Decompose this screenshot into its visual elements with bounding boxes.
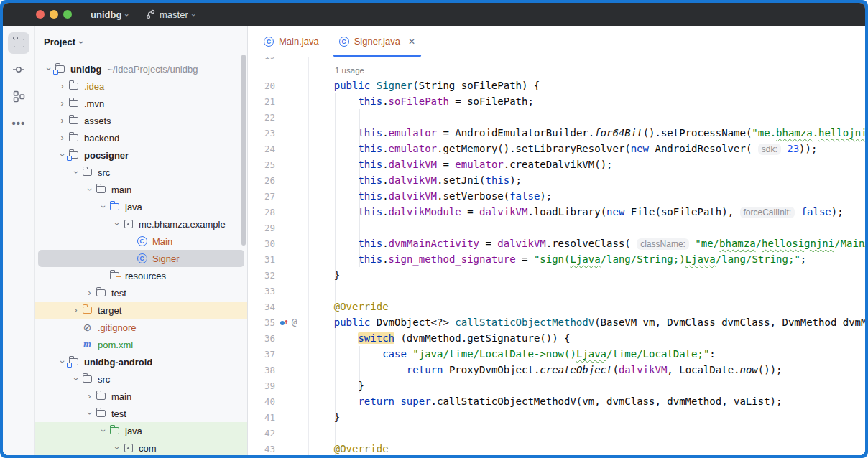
tree-item-target[interactable]: target	[35, 302, 247, 319]
line-number[interactable]: 42	[248, 428, 275, 439]
tree-item-main[interactable]: main	[35, 388, 247, 405]
code-line-27[interactable]: 27 this.dalvikVM.setVerbose(false);	[248, 188, 865, 204]
project-panel-header[interactable]: Project	[35, 26, 247, 60]
line-number[interactable]: 43	[248, 444, 275, 454]
branch-widget[interactable]: master	[146, 9, 195, 20]
line-number[interactable]: 32	[248, 270, 275, 281]
code-line-26[interactable]: 26 this.dalvikVM.setJni(this);	[248, 172, 865, 188]
close-tab-icon[interactable]: ✕	[408, 37, 415, 47]
chevron-down-icon[interactable]	[57, 357, 68, 367]
chevron-right-icon[interactable]	[70, 305, 81, 315]
code-line-30[interactable]: 30 this.dvmMainActivity = dalvikVM.resol…	[248, 235, 865, 251]
code-line-25[interactable]: 25 this.dalvikVM = emulator.createDalvik…	[248, 156, 865, 172]
line-number[interactable]: 31	[248, 254, 275, 265]
project-widget[interactable]: unidbg	[91, 9, 129, 20]
overriding-method-gutter-icon[interactable]	[280, 317, 290, 327]
line-number[interactable]: 28	[248, 207, 275, 218]
tree-item-src[interactable]: src	[35, 370, 247, 388]
tab-signer-java[interactable]: Signer.java✕	[329, 26, 425, 57]
chevron-right-icon[interactable]	[57, 133, 68, 143]
line-number[interactable]: 38	[248, 365, 275, 375]
more-tools-button[interactable]: •••	[8, 112, 29, 134]
structure-tool-button[interactable]	[8, 85, 29, 107]
code-line-20[interactable]: 20 public Signer(String soFilePath) {	[248, 78, 865, 93]
tree-item-backend[interactable]: backend	[35, 129, 247, 146]
code-line-23[interactable]: 23 this.emulator = AndroidEmulatorBuilde…	[248, 125, 865, 141]
code-line-39[interactable]: 39 }	[248, 378, 865, 393]
code-line-40[interactable]: 40 return super.callStaticObjectMethodV(…	[248, 393, 865, 409]
tab-main-java[interactable]: Main.java	[254, 26, 329, 57]
line-number[interactable]: 37	[248, 349, 275, 360]
tree-item-main[interactable]: main	[35, 181, 247, 198]
code-line-35[interactable]: 35@ public DvmObject<?> callStaticObject…	[248, 314, 865, 330]
tree-item-assets[interactable]: assets	[35, 112, 247, 129]
line-number[interactable]: 29	[248, 223, 275, 233]
chevron-down-icon[interactable]	[111, 219, 122, 229]
code-editor[interactable]: 191 usage20 public Signer(String soFileP…	[248, 57, 865, 455]
line-number[interactable]: 40	[248, 396, 275, 407]
code-line-34[interactable]: 34 @Override	[248, 299, 865, 314]
tree-item--idea[interactable]: .idea	[35, 78, 247, 95]
project-tool-button[interactable]	[8, 32, 29, 54]
tree-item-signer[interactable]: Signer	[38, 250, 244, 267]
chevron-right-icon[interactable]	[57, 116, 68, 126]
tree-item-test[interactable]: test	[35, 284, 247, 302]
close-window-button[interactable]	[36, 10, 45, 19]
chevron-down-icon[interactable]	[111, 443, 122, 453]
code-line-41[interactable]: 41 }	[248, 409, 865, 425]
chevron-down-icon[interactable]	[84, 408, 95, 419]
zoom-window-button[interactable]	[63, 10, 72, 19]
chevron-down-icon[interactable]	[57, 150, 68, 160]
chevron-down-icon[interactable]	[70, 374, 81, 384]
project-tree-scrollbar[interactable]	[241, 55, 246, 246]
chevron-down-icon[interactable]	[98, 202, 108, 212]
tree-item-unidbg[interactable]: unidbg~/IdeaProjects/unidbg	[35, 60, 247, 78]
tree-item-com[interactable]: com	[35, 439, 247, 455]
line-number[interactable]: 20	[248, 80, 275, 91]
line-number[interactable]: 39	[248, 380, 275, 391]
code-line-33[interactable]: 33	[248, 283, 865, 299]
code-line-36[interactable]: 36 switch (dvmMethod.getSignature()) {	[248, 330, 865, 346]
tree-item-main[interactable]: Main	[35, 233, 247, 250]
code-line-22[interactable]: 22	[248, 109, 865, 125]
code-line-21[interactable]: 21 this.soFilePath = soFilePath;	[248, 93, 865, 109]
tree-item-resources[interactable]: resources	[35, 267, 247, 284]
usage-count-inlay[interactable]: 1 usage	[248, 63, 865, 78]
chevron-right-icon[interactable]	[84, 391, 95, 401]
line-number[interactable]: 36	[248, 333, 275, 344]
code-line-28[interactable]: 28 this.dalvikModule = dalvikVM.loadLibr…	[248, 204, 865, 220]
chevron-down-icon[interactable]	[43, 64, 54, 74]
chevron-right-icon[interactable]	[84, 288, 95, 298]
chevron-down-icon[interactable]	[84, 184, 95, 195]
tree-item-java[interactable]: java	[35, 422, 247, 439]
line-number[interactable]: 22	[248, 112, 275, 123]
tree-item-pom-xml[interactable]: pom.xml	[35, 336, 247, 353]
tree-item-test[interactable]: test	[35, 405, 247, 422]
chevron-right-icon[interactable]	[57, 98, 68, 108]
tree-item--gitignore[interactable]: .gitignore	[35, 319, 247, 336]
chevron-right-icon[interactable]	[57, 81, 68, 91]
chevron-down-icon[interactable]	[98, 426, 108, 436]
line-number[interactable]: 21	[248, 96, 275, 107]
code-line-19[interactable]: 19	[248, 57, 865, 63]
line-number[interactable]: 26	[248, 175, 275, 186]
line-number[interactable]: 33	[248, 286, 275, 296]
tree-item-java[interactable]: java	[35, 198, 247, 215]
code-line-32[interactable]: 32 }	[248, 267, 865, 283]
minimize-window-button[interactable]	[50, 10, 58, 19]
code-line-37[interactable]: 37 case "java/time/LocalDate->now()Ljava…	[248, 346, 865, 362]
code-line-31[interactable]: 31 this.sign_method_signature = "sign(Lj…	[248, 251, 865, 267]
line-number[interactable]: 34	[248, 302, 275, 312]
line-number[interactable]: 41	[248, 412, 275, 423]
tree-item-pocsigner[interactable]: pocsigner	[35, 146, 247, 164]
annotation-gutter-icon[interactable]: @	[292, 317, 297, 327]
line-number[interactable]: 23	[248, 128, 275, 139]
chevron-down-icon[interactable]	[70, 167, 81, 177]
tree-item-me-bhamza-example[interactable]: me.bhamza.example	[35, 215, 247, 233]
tree-item-src[interactable]: src	[35, 164, 247, 181]
tree-item-unidbg-android[interactable]: unidbg-android	[35, 353, 247, 370]
line-number[interactable]: 24	[248, 144, 275, 154]
code-line-42[interactable]: 42	[248, 425, 865, 441]
line-number[interactable]: 25	[248, 159, 275, 170]
code-line-38[interactable]: 38 return ProxyDvmObject.createObject(da…	[248, 362, 865, 378]
